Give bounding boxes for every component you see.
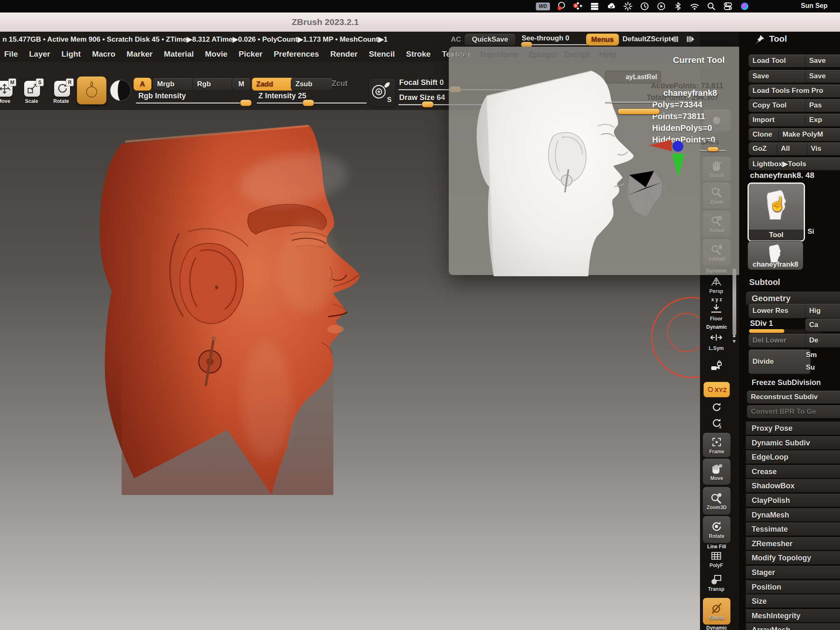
strip-l-sym-button[interactable]: L.Sym	[702, 331, 730, 352]
tool-button-save[interactable]: Save	[805, 70, 840, 83]
wd-icon[interactable]: WD	[536, 2, 550, 10]
menu-macro[interactable]: Macro	[92, 50, 115, 59]
section-modify-topology[interactable]: Modify Topology	[746, 551, 840, 565]
strip-frame-button[interactable]: Frame	[702, 432, 731, 458]
section-claypolish[interactable]: ClayPolish	[746, 494, 840, 507]
menus-button[interactable]: Menus	[586, 33, 619, 46]
default-zscript-label[interactable]: DefaultZScript	[622, 35, 671, 43]
menu-material[interactable]: Material	[164, 50, 194, 59]
freeze-subdivision-toggle[interactable]: Freeze SubDivision	[746, 376, 840, 389]
spix-handle[interactable]	[707, 147, 719, 152]
suv-toggle[interactable]: Su	[806, 363, 815, 372]
lower-res-button[interactable]: Lower Res	[748, 303, 811, 318]
draw-size-handle[interactable]	[422, 101, 434, 108]
section-zremesher[interactable]: ZRemesher	[746, 537, 840, 550]
bluetooth-icon[interactable]	[672, 1, 683, 12]
section-edgeloop[interactable]: EdgeLoop	[746, 450, 840, 464]
strip-polyf-button[interactable]: PolyF	[702, 550, 730, 568]
stroke-prev-icon[interactable]	[667, 33, 679, 45]
strip-rotate-button[interactable]: Rotate	[702, 516, 731, 543]
zadd-button[interactable]: Zadd	[252, 78, 294, 91]
section-dynamic-subdiv[interactable]: Dynamic Subdiv	[746, 436, 840, 450]
smt-toggle[interactable]: Sm	[806, 351, 817, 359]
time-machine-icon[interactable]	[639, 1, 650, 12]
z-intensity-handle[interactable]	[302, 100, 314, 106]
menu-marker[interactable]: Marker	[127, 50, 152, 59]
drives-icon[interactable]	[589, 1, 600, 12]
popup-slider-track[interactable]	[605, 102, 654, 103]
convert-bpr-button[interactable]: Convert BPR To Ge	[747, 405, 840, 418]
tool-button-import[interactable]: Import	[748, 113, 810, 127]
section-tessimate[interactable]: Tessimate	[746, 522, 840, 536]
section-stager[interactable]: Stager	[746, 566, 840, 579]
divide-button[interactable]: Divide	[748, 349, 811, 374]
strip-transp-button[interactable]: Transp	[702, 570, 730, 595]
tool-button-save[interactable]: Save	[805, 54, 840, 68]
menu-layer[interactable]: Layer	[29, 50, 50, 59]
strip-floor-button[interactable]: Floor	[702, 302, 730, 322]
subtool-section[interactable]: Subtool	[743, 276, 840, 288]
menu-light[interactable]: Light	[61, 50, 80, 59]
del-lower-button[interactable]: Del Lower	[748, 333, 811, 348]
stroke-next-icon[interactable]	[686, 33, 698, 45]
strip-move-button[interactable]: Move	[702, 458, 731, 485]
xyz-rotate-button[interactable]: XYZ	[703, 382, 730, 398]
section-proxy-pose[interactable]: Proxy Pose	[746, 422, 840, 435]
section-size[interactable]: Size	[746, 595, 840, 608]
active-tool-thumbnail[interactable]: ☝ Tool	[748, 182, 805, 242]
tool-button-pas[interactable]: Pas	[805, 99, 840, 112]
tool-thumbnail-chaneyfrank8[interactable]: chaneyfrank8	[748, 241, 803, 270]
section-crease[interactable]: Crease	[746, 465, 840, 478]
strip-scroll-arrows[interactable]: ▲▼	[732, 332, 737, 344]
rgb-button[interactable]: Rgb	[192, 78, 235, 91]
tool-button-save[interactable]: Save	[748, 70, 810, 83]
tool-button-lightbox-tools[interactable]: Lightbox▶Tools	[748, 157, 840, 170]
siri-icon[interactable]	[739, 1, 750, 12]
tool-button-exp[interactable]: Exp	[805, 113, 840, 127]
quicksave-button[interactable]: QuickSave	[464, 33, 516, 46]
section-meshintegrity[interactable]: MeshIntegrity	[746, 609, 840, 622]
control-center-icon[interactable]	[722, 1, 733, 12]
zsub-button[interactable]: Zsub	[291, 78, 333, 91]
menu-file[interactable]: File	[4, 50, 18, 59]
wifi-icon[interactable]	[689, 1, 700, 12]
pushpin-icon[interactable]	[753, 33, 766, 46]
strip-ghost-button[interactable]: Ghost	[702, 598, 731, 625]
current-brush-button[interactable]	[77, 76, 107, 105]
search-icon[interactable]	[705, 1, 717, 12]
zcut-button[interactable]: Zcut	[332, 79, 348, 88]
tool-button-load-tool[interactable]: Load Tool	[748, 54, 810, 68]
cloud-icon[interactable]	[605, 1, 617, 12]
current-material-button[interactable]	[109, 79, 132, 102]
tool-button-vis[interactable]: Vis	[807, 142, 840, 155]
play-icon[interactable]	[655, 1, 667, 12]
menu-preferences[interactable]: Preferences	[274, 50, 319, 59]
strip-persp-button[interactable]: Persp	[702, 274, 730, 295]
reconstruct-subdiv-button[interactable]: Reconstruct Subdiv	[747, 390, 840, 404]
apps-icon[interactable]: 3	[572, 1, 583, 12]
stroke-type-button[interactable]: S	[368, 78, 396, 108]
menu-stencil[interactable]: Stencil	[369, 50, 395, 59]
strip-roty-button[interactable]	[702, 400, 730, 415]
tool-button-load-tools-from-pro[interactable]: Load Tools From Pro	[748, 84, 840, 98]
window-title-bar[interactable]: ZBrush 2023.2.1	[0, 12, 840, 32]
cage-button[interactable]: Ca	[805, 318, 840, 332]
strip-rotz-button[interactable]: z	[702, 416, 730, 431]
section-shadowbox[interactable]: ShadowBox	[746, 479, 840, 492]
higher-res-button[interactable]: Hig	[805, 303, 840, 318]
section-arraymesh[interactable]: ArrayMesh	[746, 623, 840, 630]
menu-picker[interactable]: Picker	[239, 50, 262, 59]
strip-zoom3d-button[interactable]: Zoom3D	[702, 487, 731, 515]
settings-icon[interactable]	[622, 1, 633, 12]
section-position[interactable]: Position	[746, 580, 840, 594]
section-dynamesh[interactable]: DynaMesh	[746, 508, 840, 522]
auto-masking-a-button[interactable]: A	[133, 78, 152, 91]
menu-movie[interactable]: Movie	[205, 50, 228, 59]
menu-bar-clock[interactable]: Sun Sep	[801, 2, 828, 10]
tool-button-make-polym[interactable]: Make PolyM	[778, 128, 840, 141]
popup-slider-handle[interactable]	[618, 108, 660, 115]
mrgb-button[interactable]: Mrgb	[152, 78, 195, 91]
menu-stroke[interactable]: Stroke	[406, 50, 430, 59]
m-button[interactable]: M	[232, 78, 251, 91]
record-icon[interactable]	[555, 1, 567, 12]
